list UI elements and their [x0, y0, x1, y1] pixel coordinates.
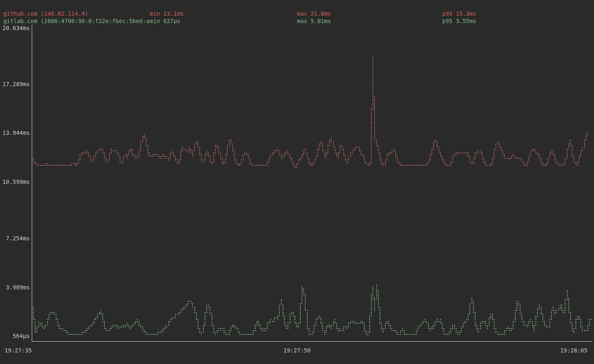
y-tick-label: 564µs	[0, 332, 30, 340]
x-axis-line	[32, 341, 592, 342]
y-tick-label: 17.289ms	[0, 80, 30, 88]
gping-terminal-window: github.com (140.82.114.4) min 13.1ms max…	[0, 0, 594, 364]
p95-stat-gitlab: p95 3.55ms	[442, 17, 476, 25]
y-tick-label: 10.599ms	[0, 178, 30, 186]
p95-stat-github: p95 15.3ms	[442, 10, 476, 17]
legend-row-github: github.com (140.82.114.4) min 13.1ms max…	[0, 10, 594, 17]
y-tick-label: 20.634ms	[0, 24, 30, 32]
y-tick-label: 3.909ms	[0, 284, 30, 291]
y-tick-label: 7.254ms	[0, 235, 30, 242]
y-axis-line	[32, 25, 32, 341]
max-stat-github: max 21.8ms	[297, 10, 331, 17]
latency-chart-canvas	[0, 0, 594, 364]
x-tick-label: 19:27:35	[0, 347, 32, 354]
legend-row-gitlab: gitlab.com (2606:4700:90:0:f22e:fbec:5be…	[0, 17, 594, 25]
min-stat-github: min 13.1ms	[150, 10, 184, 17]
y-tick-label: 13.944ms	[0, 129, 30, 136]
min-stat-gitlab: min 627µs	[150, 17, 180, 25]
host-label-github: github.com (140.82.114.4)	[3, 10, 88, 17]
x-tick-label: 19:27:50	[270, 347, 324, 354]
x-tick-label: 19:28:05	[532, 347, 587, 354]
max-stat-gitlab: max 5.01ms	[297, 17, 331, 25]
host-label-gitlab: gitlab.com (2606:4700:90:0:f22e:fbec:5be…	[3, 17, 149, 25]
